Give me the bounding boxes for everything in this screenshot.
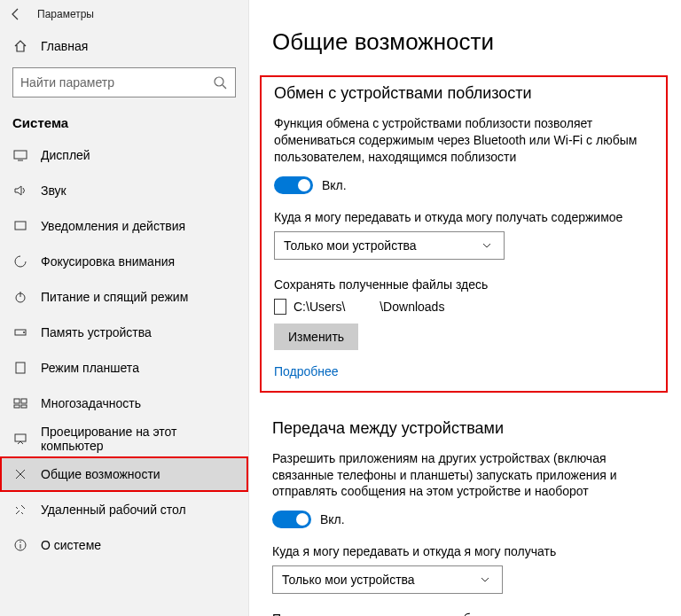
sidebar-item-focus[interactable]: Фокусировка внимания bbox=[0, 244, 248, 279]
tablet-icon bbox=[12, 360, 28, 376]
display-icon bbox=[12, 147, 28, 163]
sidebar-item-power[interactable]: Питание и спящий режим bbox=[0, 279, 248, 315]
section-title: Система bbox=[0, 110, 248, 137]
remote-icon bbox=[12, 502, 28, 518]
svg-rect-4 bbox=[15, 222, 26, 230]
nearby-where-label: Куда я могу передавать и откуда могу пол… bbox=[274, 210, 654, 224]
cross-select-value: Только мои устройства bbox=[282, 573, 415, 587]
sidebar-item-label: Проецирование на этот компьютер bbox=[41, 425, 236, 453]
power-icon bbox=[12, 289, 28, 305]
sidebar-item-multitasking[interactable]: Многозадачность bbox=[0, 386, 248, 421]
projecting-icon bbox=[12, 431, 28, 447]
sidebar: Параметры Главная Найти параметр Система… bbox=[0, 0, 249, 616]
nearby-toggle[interactable] bbox=[274, 176, 313, 194]
svg-rect-2 bbox=[14, 151, 27, 159]
focus-icon bbox=[12, 253, 28, 269]
search-icon bbox=[212, 74, 228, 90]
svg-rect-12 bbox=[14, 405, 20, 408]
home-icon bbox=[12, 38, 28, 54]
sidebar-item-label: О системе bbox=[41, 538, 101, 552]
learn-more-link[interactable]: Подробнее bbox=[274, 364, 654, 378]
chevron-down-icon bbox=[479, 238, 495, 253]
sidebar-item-label: Питание и спящий режим bbox=[41, 290, 188, 304]
back-icon[interactable] bbox=[9, 7, 23, 21]
sidebar-item-remote[interactable]: Удаленный рабочий стол bbox=[0, 492, 248, 527]
svg-point-19 bbox=[20, 542, 21, 543]
window-title: Параметры bbox=[37, 8, 94, 20]
svg-rect-10 bbox=[14, 399, 20, 403]
sidebar-item-projecting[interactable]: Проецирование на этот компьютер bbox=[0, 421, 248, 456]
content: Общие возможности Обмен с устройствами п… bbox=[249, 0, 681, 616]
cross-where-label: Куда я могу передавать и откуда я могу п… bbox=[272, 544, 668, 558]
home-label: Главная bbox=[41, 39, 88, 53]
sidebar-item-display[interactable]: Дисплей bbox=[0, 137, 248, 173]
sidebar-item-shared[interactable]: Общие возможности bbox=[0, 456, 248, 492]
svg-rect-11 bbox=[21, 399, 27, 403]
search-placeholder: Найти параметр bbox=[20, 75, 212, 90]
nearby-select-value: Только мои устройства bbox=[284, 238, 417, 253]
svg-rect-9 bbox=[16, 363, 25, 373]
change-button[interactable]: Изменить bbox=[274, 324, 358, 350]
nearby-save-label: Сохранять полученные файлы здесь bbox=[274, 277, 654, 292]
sidebar-item-tablet[interactable]: Режим планшета bbox=[0, 350, 248, 386]
folder-icon bbox=[274, 299, 286, 315]
sidebar-item-label: Дисплей bbox=[41, 148, 90, 162]
sidebar-item-label: Память устройства bbox=[41, 325, 152, 339]
sidebar-item-label: Фокусировка внимания bbox=[41, 254, 175, 269]
multitasking-icon bbox=[12, 395, 28, 411]
cross-toggle[interactable] bbox=[272, 511, 311, 528]
sidebar-item-label: Удаленный рабочий стол bbox=[41, 503, 186, 517]
sidebar-item-label: Многозадачность bbox=[41, 396, 141, 410]
cross-toggle-label: Вкл. bbox=[320, 512, 345, 526]
about-icon bbox=[12, 537, 28, 553]
sound-icon bbox=[12, 183, 28, 199]
home-button[interactable]: Главная bbox=[0, 28, 248, 64]
page-title: Общие возможности bbox=[272, 28, 658, 56]
cross-group: Передача между устройствами Разрешить пр… bbox=[260, 412, 668, 616]
cross-desc: Разрешить приложениям на других устройст… bbox=[272, 450, 668, 501]
sidebar-item-label: Общие возможности bbox=[41, 467, 160, 481]
nearby-path: C:\Users\ \Downloads bbox=[294, 300, 444, 314]
svg-rect-14 bbox=[15, 434, 26, 441]
nearby-group: Обмен с устройствами поблизости Функция … bbox=[260, 75, 668, 393]
svg-line-1 bbox=[223, 85, 226, 89]
notifications-icon bbox=[12, 218, 28, 234]
cross-heading: Передача между устройствами bbox=[272, 419, 668, 438]
titlebar: Параметры bbox=[0, 0, 248, 28]
sidebar-item-label: Звук bbox=[41, 183, 67, 198]
search-input[interactable]: Найти параметр bbox=[12, 67, 236, 97]
sidebar-item-storage[interactable]: Память устройства bbox=[0, 315, 248, 350]
sidebar-item-about[interactable]: О системе bbox=[0, 527, 248, 563]
nearby-select[interactable]: Только мои устройства bbox=[274, 231, 505, 260]
sidebar-item-label: Уведомления и действия bbox=[41, 219, 185, 233]
nearby-toggle-label: Вкл. bbox=[322, 178, 347, 192]
nearby-heading: Обмен с устройствами поблизости bbox=[274, 84, 654, 103]
nearby-desc: Функция обмена с устройствами поблизости… bbox=[274, 115, 654, 166]
cross-apps-label: Просмотреть приложения и службы, которым… bbox=[272, 612, 668, 616]
shared-icon bbox=[12, 466, 28, 482]
cross-select[interactable]: Только мои устройства bbox=[272, 565, 503, 594]
nearby-path-row: C:\Users\ \Downloads bbox=[274, 299, 654, 315]
sidebar-item-label: Режим планшета bbox=[41, 361, 139, 375]
sidebar-item-notifications[interactable]: Уведомления и действия bbox=[0, 208, 248, 244]
sidebar-item-sound[interactable]: Звук bbox=[0, 173, 248, 208]
svg-point-0 bbox=[215, 77, 223, 86]
svg-point-8 bbox=[23, 331, 25, 333]
storage-icon bbox=[12, 324, 28, 340]
chevron-down-icon bbox=[477, 572, 493, 588]
svg-rect-13 bbox=[21, 405, 27, 408]
